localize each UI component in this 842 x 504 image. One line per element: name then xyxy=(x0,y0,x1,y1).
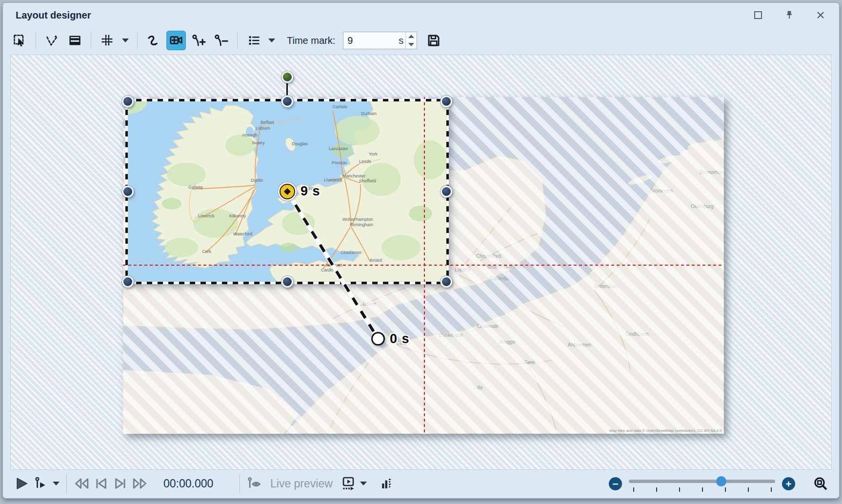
keyframe-add-button[interactable] xyxy=(189,31,208,50)
spinner-down-icon xyxy=(408,43,414,46)
skip-end-icon xyxy=(113,476,128,491)
chevron-down-icon xyxy=(53,482,60,485)
keyframe-list-button[interactable] xyxy=(244,31,263,50)
map-city-label: Newry xyxy=(252,140,265,145)
layers-icon xyxy=(68,34,81,47)
pin-icon xyxy=(784,10,794,20)
rewind-icon xyxy=(73,476,90,491)
transport-separator xyxy=(66,474,67,493)
render-preview-icon xyxy=(341,476,356,491)
selection-handle-bottom-right[interactable] xyxy=(441,276,452,288)
time-mark-input[interactable] xyxy=(343,35,383,46)
spinner-up-button[interactable] xyxy=(406,32,417,40)
spinner-down-button[interactable] xyxy=(406,40,417,49)
map-city-label: Bristol xyxy=(370,258,382,263)
map-city-label: Gloucester xyxy=(341,250,362,255)
play-from-mark-icon xyxy=(34,476,48,491)
design-canvas[interactable]: LondonChelmsfordSouthend-on-SeaCanterbur… xyxy=(10,55,832,470)
close-button[interactable] xyxy=(815,9,826,21)
zoom-slider-track[interactable] xyxy=(629,480,775,483)
save-button[interactable] xyxy=(424,31,443,50)
skip-to-end-button[interactable] xyxy=(111,474,130,493)
map-city-label: Kilkenny xyxy=(229,213,246,218)
zoom-slider-thumb[interactable] xyxy=(716,476,726,486)
map-city-label: Cork xyxy=(202,249,212,254)
grid-button[interactable] xyxy=(98,31,117,50)
time-mark-label: Time mark: xyxy=(287,35,335,46)
page-title: Layout designer xyxy=(16,10,91,21)
zoom-controls: − + xyxy=(609,474,830,493)
smooth-curve-button[interactable] xyxy=(144,31,163,50)
horizontal-guide-line xyxy=(123,265,724,266)
map-city-label: Douglas xyxy=(292,141,308,146)
zoom-fit-icon xyxy=(813,476,828,491)
toolbar: Time mark: s xyxy=(3,27,839,54)
live-preview-toggle[interactable] xyxy=(245,474,264,493)
map-attribution: Map tiles and data © OpenStreetMap contr… xyxy=(609,428,722,433)
map-city-label: Birmingham xyxy=(350,222,373,227)
map-city-label: Leeds xyxy=(359,159,371,164)
rewind-button[interactable] xyxy=(72,474,91,493)
render-dropdown-button[interactable] xyxy=(358,474,369,493)
play-from-mark-button[interactable] xyxy=(31,474,51,493)
map-city-label: Belfast xyxy=(261,120,274,125)
zoom-out-button[interactable]: − xyxy=(609,477,622,490)
titlebar: Layout designer xyxy=(3,3,839,27)
chevron-down-icon xyxy=(360,482,367,485)
statistics-icon xyxy=(380,476,393,491)
map-city-label: Liverpool xyxy=(324,177,342,182)
selection-handle-bottom-center[interactable] xyxy=(281,276,293,288)
fast-forward-button[interactable] xyxy=(130,474,150,493)
play-button[interactable] xyxy=(12,474,31,493)
keyframe-remove-button[interactable] xyxy=(211,31,231,50)
close-icon xyxy=(816,10,825,20)
zoom-in-button[interactable]: + xyxy=(782,477,795,490)
time-mark-spinner xyxy=(405,32,417,49)
select-tool-button[interactable] xyxy=(10,31,29,50)
map-city-label: Lancaster xyxy=(329,146,348,151)
keyframe-marker-start[interactable] xyxy=(371,332,385,346)
list-dropdown-button[interactable] xyxy=(266,31,277,50)
play-dropdown-button[interactable] xyxy=(51,474,61,493)
grid-icon xyxy=(100,34,114,47)
selection-handle-bottom-left[interactable] xyxy=(122,276,134,288)
map-city-label: Galway xyxy=(188,185,203,190)
rotation-handle[interactable] xyxy=(281,71,293,83)
select-tool-icon xyxy=(13,34,26,47)
camera-pan-icon xyxy=(169,33,183,48)
map-city-label: Preston xyxy=(332,160,347,165)
chevron-down-icon xyxy=(122,39,129,42)
keyframe-marker-current[interactable] xyxy=(280,184,295,199)
minus-icon: − xyxy=(612,478,618,489)
transport-bar: 00:00.000 Live preview xyxy=(3,469,839,498)
render-preview-button[interactable] xyxy=(339,474,358,493)
smooth-curve-icon xyxy=(146,33,161,48)
grid-dropdown-button[interactable] xyxy=(120,31,131,50)
layer-order-button[interactable] xyxy=(65,31,84,50)
camera-pan-tool-button[interactable] xyxy=(166,31,186,50)
plus-icon: + xyxy=(785,478,791,489)
map-city-label: Armagh xyxy=(242,133,258,137)
map-city-label: Lisburn xyxy=(256,126,270,131)
selection-handle-top-right[interactable] xyxy=(441,96,452,107)
pin-button[interactable] xyxy=(783,9,795,21)
spinner-up-icon xyxy=(408,35,414,38)
fast-forward-icon xyxy=(132,476,148,491)
vertical-guide-line xyxy=(424,97,425,434)
keyframe-list-icon xyxy=(247,34,261,47)
toolbar-separator xyxy=(36,32,36,49)
map-city-label: Wolverhampton xyxy=(342,217,373,222)
track-path-button[interactable] xyxy=(42,31,62,50)
selection-handle-top-center[interactable] xyxy=(281,96,293,107)
maximize-button[interactable] xyxy=(752,9,764,21)
toolbar-separator xyxy=(137,32,138,49)
selection-handle-middle-right[interactable] xyxy=(441,186,452,197)
map-city-label: Limerick xyxy=(198,213,215,218)
statistics-button[interactable] xyxy=(377,474,396,493)
selection-handle-top-left[interactable] xyxy=(122,96,134,107)
selection-handle-middle-left[interactable] xyxy=(122,186,134,197)
time-mark-field: s xyxy=(343,32,417,49)
toolbar-separator xyxy=(91,32,91,49)
skip-to-start-button[interactable] xyxy=(91,474,111,493)
zoom-to-fit-button[interactable] xyxy=(811,474,830,493)
